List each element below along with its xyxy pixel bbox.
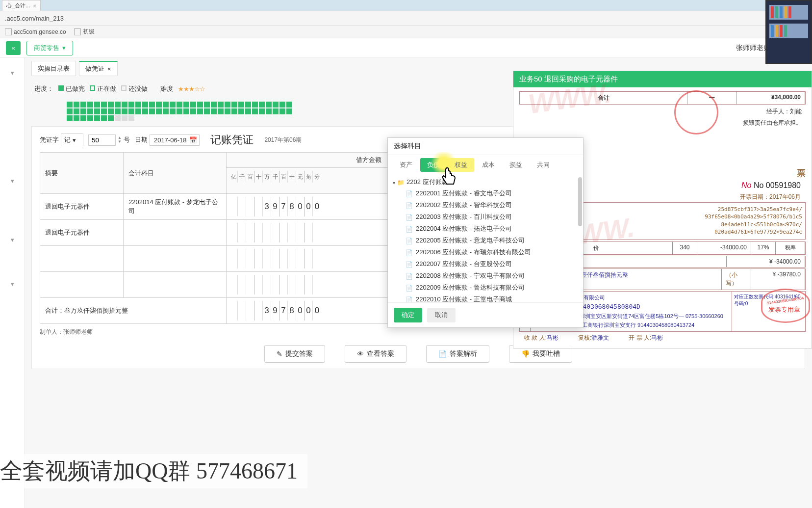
sidebar-collapse-button[interactable]: « <box>6 41 21 55</box>
tab-title: 心_会计... <box>6 2 30 9</box>
url-text: .acc5.com/main_213 <box>5 15 64 22</box>
presenter-webcam <box>765 0 812 58</box>
bookmark-item[interactable]: acc5com.gensee.co <box>5 28 66 35</box>
browser-tab[interactable]: 心_会计... × <box>2 0 41 11</box>
chevron-down-icon: ▾ <box>62 44 66 52</box>
close-icon[interactable]: × <box>33 3 36 9</box>
bookmark-item[interactable]: 初级 <box>74 27 95 36</box>
browser-tab-strip: 心_会计... × <box>0 0 812 11</box>
page-icon <box>5 28 12 35</box>
category-dropdown[interactable]: 商贸零售 ▾ <box>26 41 73 55</box>
app-header: « 商贸零售 ▾ 张师师老师 (SVIP会员) <box>0 38 812 58</box>
page-icon <box>74 28 81 35</box>
url-bar[interactable]: .acc5.com/main_213 <box>0 11 812 26</box>
bookmark-bar: acc5com.gensee.co 初级 <box>0 26 812 38</box>
